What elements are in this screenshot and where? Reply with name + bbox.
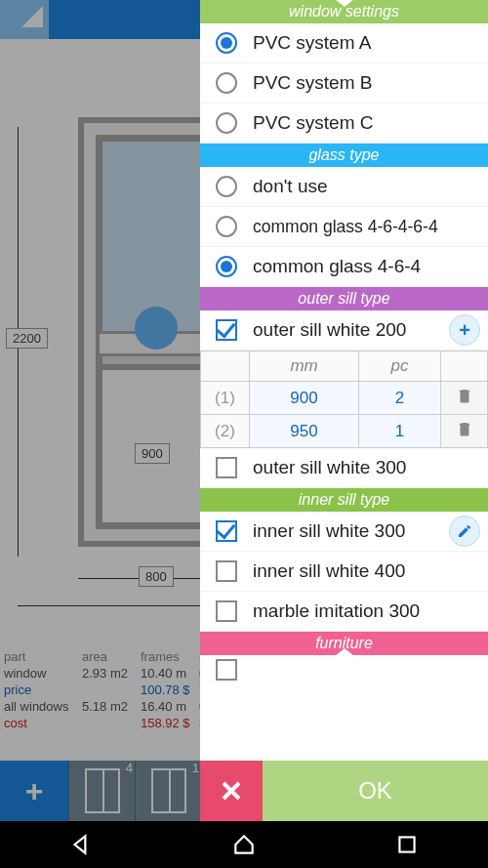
add-sill-button[interactable]: + [449,314,480,346]
option-inner-sill-300[interactable]: inner sill white 300 [200,512,488,552]
home-icon[interactable] [231,832,257,857]
option-pvc-b[interactable]: PVC system B [200,63,488,103]
table-row[interactable]: (2) 950 1 [201,415,488,448]
radio-icon [216,112,237,134]
ok-button[interactable]: OK [263,761,488,821]
radio-icon [216,216,237,237]
settings-panel: window settings PVC system A PVC system … [200,0,488,761]
svg-rect-0 [399,837,414,851]
checkbox-icon [216,457,237,478]
delete-row-button[interactable] [441,382,488,415]
section-outer-sill[interactable]: outer sill type [200,287,488,310]
option-inner-sill-400[interactable]: inner sill white 400 [200,552,488,592]
cancel-button[interactable] [200,761,263,821]
checkbox-icon [216,520,237,542]
section-furniture[interactable]: furniture [200,632,488,655]
section-glass-type[interactable]: glass type [200,144,488,167]
option-outer-sill-300[interactable]: outer sill white 300 [200,448,488,488]
back-icon[interactable] [68,832,94,857]
option-glass-464[interactable]: common glass 4-6-4 [200,247,488,287]
panel-actions: OK [200,761,488,821]
android-navbar [0,821,488,868]
option-pvc-c[interactable]: PVC system C [200,103,488,144]
option-glass-none[interactable]: don't use [200,167,488,207]
table-row[interactable]: (1) 900 2 [201,382,488,415]
edit-sill-button[interactable] [449,516,480,547]
checkbox-icon [216,600,237,622]
option-outer-sill-200[interactable]: outer sill white 200 + [200,310,488,351]
option-marble-300[interactable]: marble imitation 300 [200,592,488,632]
checkbox-icon [216,560,237,582]
outer-sill-table: mm pc (1) 900 2 (2) 950 1 [200,351,488,448]
radio-icon [216,256,237,277]
option-glass-46464[interactable]: common glass 4-6-4-6-4 [200,207,488,247]
section-window-settings[interactable]: window settings [200,0,488,23]
delete-row-button[interactable] [441,415,488,448]
radio-icon [216,72,237,94]
radio-icon [216,32,237,54]
option-pvc-a[interactable]: PVC system A [200,23,488,63]
section-inner-sill[interactable]: inner sill type [200,488,488,512]
close-icon [220,779,243,803]
checkbox-icon [216,319,237,341]
radio-icon [216,176,237,197]
option-furniture-partial[interactable] [200,655,488,684]
recent-icon[interactable] [394,832,420,857]
checkbox-icon [216,659,237,681]
